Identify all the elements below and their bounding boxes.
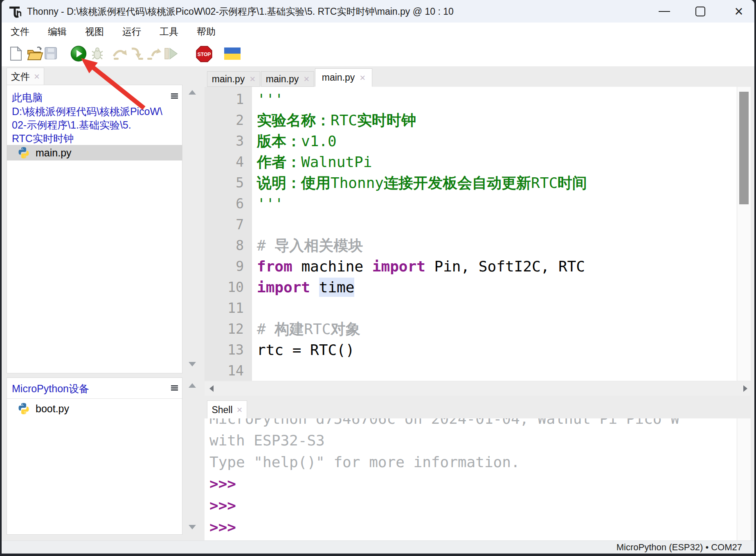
code-area[interactable]: '''实验名称：RTC实时时钟版本：v1.0作者：WalnutPi说明：使用Th… — [252, 87, 587, 381]
tab-label: main.py — [266, 74, 299, 85]
line-number: 7 — [205, 214, 244, 235]
code-line-3: 版本：v1.0 — [257, 131, 587, 151]
shell-line-1: with ESP32-S3 — [209, 429, 737, 451]
code-line-4: 作者：WalnutPi — [257, 151, 587, 172]
shell-line-3: >>> — [209, 473, 737, 495]
stop-button[interactable]: STOP — [196, 45, 213, 63]
line-number: 13 — [205, 339, 244, 360]
menu-item-4[interactable]: 工具 — [157, 25, 181, 39]
code-line-8: # 导入相关模块 — [257, 235, 587, 256]
menu-item-2[interactable]: 视图 — [83, 25, 106, 39]
device-status[interactable]: MicroPython (ESP32) • COM27 — [616, 542, 742, 553]
title-bar: Thonny - D:\核桃派例程代码\核桃派PicoW\02-示例程序\1.基… — [2, 0, 754, 23]
scroll-left-icon[interactable] — [209, 385, 214, 392]
line-number: 3 — [205, 131, 244, 151]
line-number: 1 — [205, 89, 244, 110]
micropython-device-panel: MicroPython设备 boot.py — [7, 377, 182, 535]
menu-item-5[interactable]: 帮助 — [194, 25, 218, 39]
shell-panel[interactable]: MicroPython d7546706c on 2024-01-04; Wal… — [205, 418, 737, 540]
file-row-label: main.py — [36, 147, 72, 159]
line-number: 12 — [205, 319, 244, 339]
code-line-10: import time — [257, 277, 587, 298]
editor-tab-0[interactable]: main.py× — [207, 71, 260, 87]
shell-tab-label: Shell — [212, 405, 232, 416]
files-tab-label: 文件 — [11, 70, 30, 83]
code-line-7 — [257, 214, 587, 235]
code-line-6: ''' — [257, 193, 587, 214]
code-editor[interactable]: 1234567891011121314 '''实验名称：RTC实时时钟版本：v1… — [205, 87, 737, 381]
file-row-label: boot.py — [36, 403, 69, 415]
thonny-logo-icon — [8, 4, 23, 19]
device-menu-icon[interactable] — [171, 385, 178, 391]
line-number: 2 — [205, 110, 244, 131]
line-number: 4 — [205, 151, 244, 172]
shell-line-0: MicroPython d7546706c on 2024-01-04; Wal… — [209, 418, 737, 429]
code-line-1: ''' — [257, 89, 587, 110]
line-number: 10 — [205, 277, 244, 298]
code-line-11 — [257, 298, 587, 319]
code-line-5: 说明：使用Thonny连接开发板会自动更新RTC时间 — [257, 172, 587, 193]
scroll-right-icon[interactable] — [743, 385, 747, 392]
tab-close-icon[interactable]: × — [360, 72, 365, 84]
code-line-2: 实验名称：RTC实时时钟 — [257, 110, 587, 131]
files-tab-close-icon[interactable]: × — [34, 71, 40, 82]
editor-tab-1[interactable]: main.py× — [261, 71, 314, 87]
tab-close-icon[interactable]: × — [304, 73, 309, 85]
line-number: 8 — [205, 235, 244, 256]
files-menu-icon[interactable] — [171, 93, 178, 99]
code-line-13: rtc = RTC() — [257, 339, 587, 360]
shell-line-2: Type "help()" for more information. — [209, 451, 737, 473]
tab-label: main.py — [322, 72, 355, 83]
line-number: 14 — [205, 360, 244, 381]
files-panel: 此电脑 D:\核桃派例程代码\核桃派PicoW\02-示例程序\1.基础实验\5… — [7, 85, 182, 373]
shell-line-4: >>> — [209, 495, 737, 516]
line-number: 9 — [205, 256, 244, 277]
code-line-9: from machine import Pin, SoftI2C, RTC — [257, 256, 587, 277]
shell-vertical-scrollbar[interactable] — [737, 418, 751, 540]
editor-vertical-scrollbar[interactable] — [737, 87, 751, 381]
file-row-selected[interactable]: main.py — [7, 145, 182, 160]
maximize-button[interactable] — [691, 0, 709, 23]
annotation-arrow — [60, 47, 166, 116]
line-number: 5 — [205, 172, 244, 193]
files-panel-tab[interactable]: 文件 × — [7, 68, 44, 85]
menu-bar: 文件编辑视图运行工具帮助 — [2, 23, 754, 41]
thonny-window: Thonny - D:\核桃派例程代码\核桃派PicoW\02-示例程序\1.基… — [2, 0, 754, 554]
tab-label: main.py — [212, 74, 245, 85]
menu-item-3[interactable]: 运行 — [120, 25, 144, 39]
menu-item-0[interactable]: 文件 — [8, 25, 32, 39]
device-panel-title: MicroPython设备 — [12, 382, 89, 396]
editor-horizontal-scrollbar[interactable] — [205, 382, 751, 396]
minimize-button[interactable] — [655, 0, 673, 23]
close-button[interactable]: × — [730, 0, 748, 23]
code-line-14 — [257, 360, 587, 381]
new-file-button[interactable] — [10, 46, 22, 61]
shell-tab[interactable]: Shell × — [207, 400, 247, 419]
ukraine-flag-icon[interactable] — [224, 47, 241, 60]
code-line-12: # 构建RTC对象 — [257, 319, 587, 339]
line-number: 11 — [205, 298, 244, 319]
status-bar: MicroPython (ESP32) • COM27 — [2, 540, 754, 554]
shell-tab-close-icon[interactable]: × — [237, 404, 243, 416]
line-number: 6 — [205, 193, 244, 214]
open-file-button[interactable] — [27, 46, 43, 61]
python-file-icon — [18, 402, 30, 415]
shell-line-5: >>> — [209, 516, 737, 538]
stop-label: STOP — [198, 52, 211, 57]
tab-close-icon[interactable]: × — [250, 73, 255, 85]
menu-item-1[interactable]: 编辑 — [45, 25, 69, 39]
this-pc-link[interactable]: 此电脑 — [12, 91, 43, 104]
scrollbar-thumb[interactable] — [739, 92, 749, 204]
device-panel-header: MicroPython设备 — [7, 378, 182, 399]
editor-tab-2[interactable]: main.py× — [315, 68, 372, 87]
file-row-boot[interactable]: boot.py — [7, 401, 182, 416]
files-scroll-up-icon[interactable] — [189, 90, 196, 95]
line-number-gutter: 1234567891011121314 — [205, 87, 252, 381]
device-scroll-down-icon[interactable] — [189, 525, 196, 529]
files-scroll-down-icon[interactable] — [189, 362, 196, 366]
python-file-icon — [18, 147, 30, 159]
window-title: Thonny - D:\核桃派例程代码\核桃派PicoW\02-示例程序\1.基… — [27, 5, 454, 18]
device-scroll-up-icon[interactable] — [189, 383, 196, 388]
save-button[interactable] — [44, 46, 57, 60]
